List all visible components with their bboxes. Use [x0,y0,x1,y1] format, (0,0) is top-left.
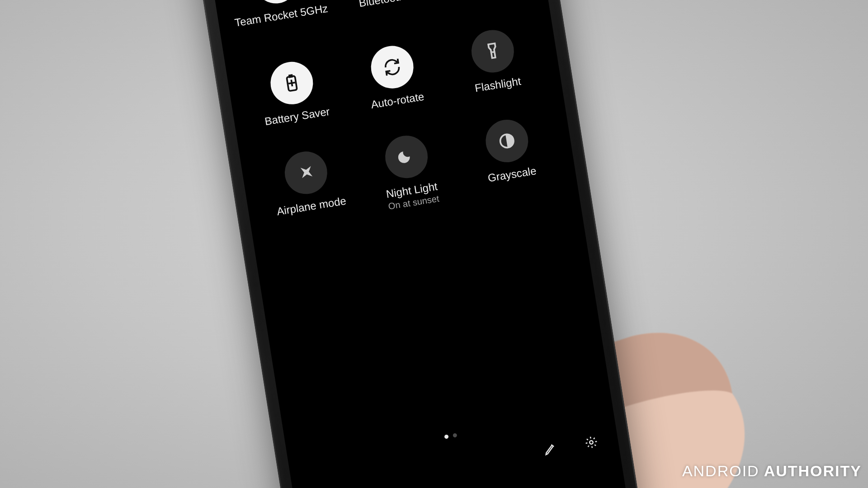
rotate-toggle[interactable] [368,43,417,92]
battery-icon [281,71,303,94]
night-icon [395,145,418,168]
tile-label: Team Rocket 5GHz [234,2,329,30]
pencil-icon [542,441,558,456]
night-toggle[interactable] [382,132,431,181]
tile-label: Grayscale [487,164,537,184]
tile-label: Flashlight [474,75,522,95]
svg-point-5 [590,441,594,445]
flashlight-icon [481,40,504,62]
qs-footer [539,432,602,461]
settings-button[interactable] [580,432,603,455]
tile-sublabel: Off [477,0,491,3]
tile-flashlight[interactable]: Flashlight [442,23,546,99]
airplane-icon [295,161,317,184]
grayscale-toggle[interactable] [482,117,531,165]
tile-night[interactable]: Night LightOn at sunset [356,128,462,216]
photo-scene: 11:40 Wed 6:30 AM Phone muted [0,0,868,488]
watermark-bold: AUTHORITY [764,462,862,480]
grayscale-icon [495,129,518,152]
svg-rect-3 [289,75,292,78]
rotate-icon [381,56,403,78]
watermark: ANDROID AUTHORITY [682,462,862,480]
battery-toggle[interactable] [268,59,316,108]
page-dot[interactable] [444,434,448,439]
watermark-thin: ANDROID [682,462,760,480]
qs-tiles-grid: Team Rocket 5GHzBluetoothMobile dataOffB… [226,0,562,231]
tile-label: Bluetooth [358,0,406,10]
tile-wifi[interactable]: Team Rocket 5GHz [226,0,331,41]
tile-bluetooth[interactable]: Bluetooth [326,0,431,25]
tile-airplane[interactable]: Airplane mode [256,144,361,231]
tile-label: Airplane mode [276,194,347,218]
tile-mobile-data[interactable]: Mobile dataOff [426,0,532,9]
gear-icon [584,435,599,450]
tile-rotate[interactable]: Auto-rotate [342,39,445,115]
edit-button[interactable] [539,438,561,461]
flashlight-toggle[interactable] [468,27,517,76]
tile-label: Auto-rotate [370,90,425,111]
tile-battery[interactable]: Battery Saver [241,55,345,131]
page-dot[interactable] [453,433,457,437]
tile-label: Battery Saver [264,105,330,128]
wifi-toggle[interactable] [252,0,301,6]
airplane-toggle[interactable] [282,148,330,197]
tile-grayscale[interactable]: Grayscale [457,113,562,200]
